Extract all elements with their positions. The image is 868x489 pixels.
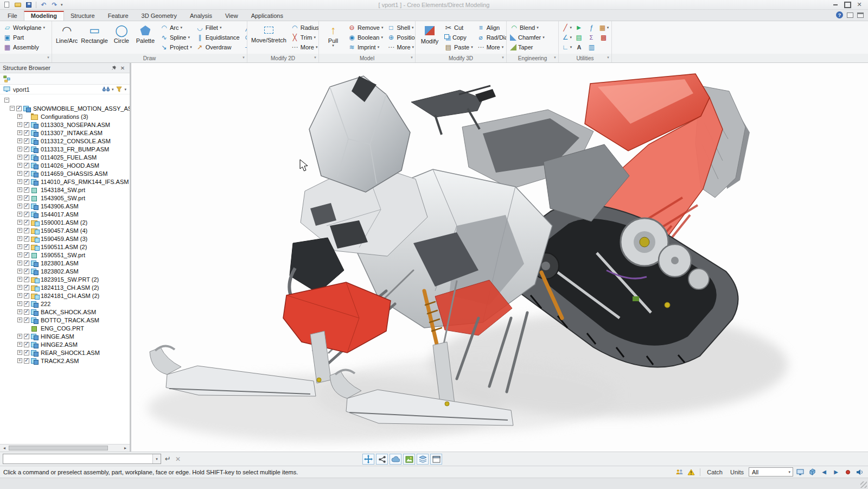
tree-checkbox[interactable]: [24, 212, 29, 217]
tree-expander[interactable]: [17, 220, 22, 225]
tree-item[interactable]: 1824113_CH.ASM (2): [0, 283, 130, 291]
command-clear-icon[interactable]: ✕: [175, 455, 181, 463]
tree-checkbox[interactable]: [24, 204, 29, 209]
maximize-button[interactable]: [843, 1, 852, 8]
ribbon-button[interactable]: More▾: [290, 43, 319, 52]
ribbon-display-icon[interactable]: [847, 12, 853, 18]
tree-checkbox[interactable]: [24, 244, 29, 250]
customize-dropdown-icon[interactable]: ▾: [61, 3, 63, 7]
tree-checkbox[interactable]: [24, 358, 29, 364]
tree-expander[interactable]: [17, 195, 22, 200]
structure-settings-icon[interactable]: [2, 75, 11, 82]
tree-item[interactable]: 1823915_SW.PRT (2): [0, 275, 130, 283]
ribbon-tab[interactable]: Feature: [101, 11, 135, 21]
ribbon-button[interactable]: Radius▾: [290, 23, 319, 32]
tree-expander[interactable]: [4, 98, 9, 103]
ribbon-utility-button[interactable]: ▾: [573, 42, 585, 52]
dropdown-arrow-icon[interactable]: ▾: [124, 87, 126, 92]
tree-item[interactable]: 1590459.ASM (3): [0, 234, 130, 243]
tree-expander[interactable]: [17, 334, 22, 339]
ribbon-utility-button[interactable]: ▾: [598, 33, 609, 42]
ribbon-button[interactable]: More▾: [386, 43, 416, 52]
ribbon-button[interactable]: Equidistance▾: [195, 33, 241, 42]
redo-icon[interactable]: [50, 1, 59, 9]
search-icon[interactable]: [102, 86, 111, 93]
close-button[interactable]: [855, 1, 864, 8]
open-file-icon[interactable]: [13, 1, 22, 9]
tree-expander[interactable]: [17, 269, 22, 274]
ribbon-utility-button[interactable]: ▾: [598, 23, 609, 32]
ribbon-button[interactable]: Trim▾: [290, 33, 319, 42]
group-label[interactable]: Model▼: [319, 54, 416, 62]
tree-checkbox[interactable]: [24, 122, 29, 128]
tree-item[interactable]: BACK_SHOCK.ASM: [0, 308, 130, 316]
ribbon-button[interactable]: Blend▾: [509, 23, 546, 32]
ribbon-button[interactable]: Palette▾: [133, 23, 157, 52]
ribbon-button[interactable]: ▾: [242, 43, 247, 52]
tree-expander[interactable]: [17, 147, 22, 151]
ribbon-button[interactable]: Modify: [418, 23, 442, 52]
ribbon-button[interactable]: Shell▾: [386, 23, 416, 32]
tree-checkbox[interactable]: [24, 195, 29, 201]
ribbon-button[interactable]: Workplane▾: [2, 23, 46, 32]
tree-expander[interactable]: [17, 285, 22, 290]
tree-checkbox[interactable]: [24, 252, 29, 258]
ribbon-button[interactable]: Position▾: [386, 33, 416, 42]
ribbon-button[interactable]: Boolean▾: [347, 33, 384, 42]
tree-expander[interactable]: [17, 212, 22, 217]
tree-item[interactable]: 0113312_CONSOLE.ASM: [0, 137, 130, 145]
tree-expander[interactable]: [17, 130, 22, 135]
tree-checkbox[interactable]: [24, 269, 29, 274]
command-combobox[interactable]: ▾: [3, 454, 161, 464]
ribbon-utility-button[interactable]: ▾: [561, 23, 572, 32]
new-file-icon[interactable]: [2, 1, 11, 9]
tree-item[interactable]: 0114025_FUEL.ASM: [0, 153, 130, 161]
tree-checkbox[interactable]: [24, 301, 29, 307]
dropdown-arrow-icon[interactable]: ▾: [112, 87, 114, 92]
viewport-label[interactable]: vport1: [13, 86, 30, 93]
ribbon-tab[interactable]: 3D Geometry: [135, 11, 183, 21]
ribbon-button[interactable]: ▾: [242, 33, 247, 42]
command-enter-icon[interactable]: ↵: [165, 455, 171, 463]
tree-item[interactable]: 1590001.ASM (2): [0, 218, 130, 226]
pin-icon[interactable]: [110, 64, 118, 72]
tree-checkbox[interactable]: [24, 179, 29, 185]
minimize-ribbon-icon[interactable]: [857, 12, 864, 18]
tree-expander[interactable]: [17, 301, 22, 306]
tree-checkbox[interactable]: [24, 317, 29, 323]
resize-grip[interactable]: [860, 481, 867, 488]
ribbon-utility-button[interactable]: ▾: [586, 23, 597, 32]
tree-item[interactable]: 1823802.ASM: [0, 267, 130, 275]
tree-expander[interactable]: [17, 317, 22, 322]
tree-checkbox[interactable]: [24, 293, 29, 299]
tree-checkbox[interactable]: [24, 228, 29, 233]
ribbon-button[interactable]: Copy▾: [443, 33, 474, 42]
tree-item[interactable]: 1823801.ASM: [0, 259, 130, 267]
group-dialog-arrow-icon[interactable]: ▼: [410, 56, 413, 59]
viewport-3d[interactable]: [131, 63, 868, 452]
ribbon-utility-button[interactable]: ▾: [561, 33, 572, 42]
warning-icon[interactable]: [686, 468, 696, 477]
tree-item[interactable]: HINGE2.ASM: [0, 340, 130, 348]
ribbon-tab[interactable]: Structure: [64, 11, 101, 21]
monitor-icon[interactable]: [795, 468, 805, 477]
tree-expander[interactable]: [17, 252, 22, 257]
tree-expander[interactable]: [17, 342, 22, 347]
group-label[interactable]: Modify 3D▼: [416, 54, 507, 62]
ribbon-utility-button[interactable]: ▾: [561, 42, 572, 52]
ribbon-button[interactable]: Chamfer▾: [509, 33, 546, 42]
tree-item[interactable]: 1590551_SW.prt: [0, 251, 130, 259]
catch-button[interactable]: Catch: [707, 469, 723, 475]
tree-checkbox[interactable]: [24, 147, 29, 152]
ribbon-button[interactable]: Assembly▾: [2, 43, 46, 52]
ribbon-button[interactable]: Paste▾: [443, 43, 474, 52]
ribbon-button[interactable]: Pull▾: [321, 23, 345, 52]
tree-expander[interactable]: [17, 163, 22, 168]
group-dialog-arrow-icon[interactable]: ▼: [47, 56, 50, 59]
speaker-icon[interactable]: [855, 468, 865, 477]
help-icon[interactable]: ?: [836, 11, 843, 18]
group-label[interactable]: Draw▼: [52, 54, 247, 62]
ribbon-button[interactable]: Rectangle▾: [79, 23, 110, 52]
units-button[interactable]: Units: [730, 469, 744, 475]
tree-checkbox[interactable]: [24, 277, 29, 282]
